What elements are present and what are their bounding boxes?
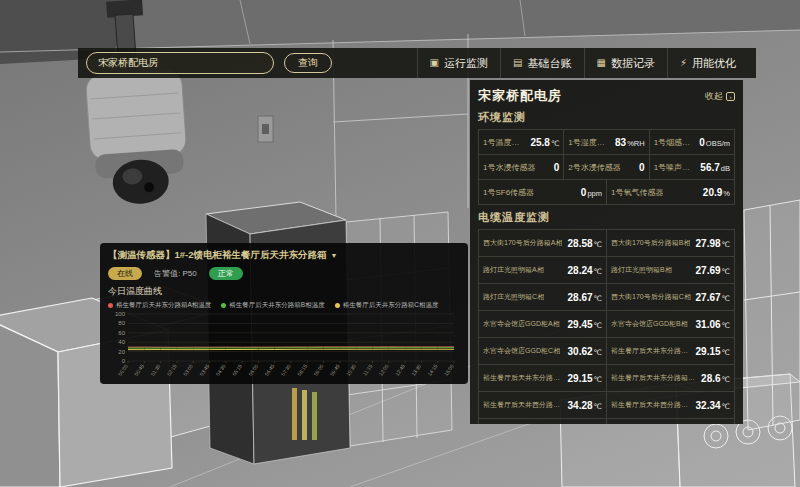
nav-item-label: 用能优化 <box>692 56 736 71</box>
cable-temp-cell: 路灯庄光照明箱C相28.67℃ <box>479 284 607 311</box>
cable-section-title: 电缆温度监测 <box>478 210 735 225</box>
sensor-unit: ℃ <box>594 402 602 411</box>
panel-header: 宋家桥配电房 收起 › <box>478 87 735 105</box>
env-sensor-cell: 1号噪声传感器56.7dB <box>650 155 735 180</box>
nav-item-运行监测[interactable]: ▣运行监测 <box>417 48 500 78</box>
sensor-value: 29.45℃ <box>568 319 602 330</box>
sensor-label: 路灯庄光照明箱B相 <box>611 265 672 275</box>
cable-temp-cell: 水官寺会馆店GGD柜C相30.62℃ <box>479 338 607 365</box>
sensor-unit: ℃ <box>594 240 602 249</box>
sensor-label: 裕生餐厅后天井东分路箱A相 <box>611 346 693 356</box>
sensor-label: 1号噪声传感器 <box>654 162 698 173</box>
legend-label: 裕生餐厅后天井东分路箱A相温度 <box>116 301 211 310</box>
svg-text:05:15: 05:15 <box>231 363 243 377</box>
chart-legend: 裕生餐厅后天井东分路箱A相温度裕生餐厅后天井东分路箱B相温度裕生餐厅后天井东分路… <box>108 301 460 310</box>
panel-title: 宋家桥配电房 <box>478 87 562 105</box>
cable-temp-cell: 西大街170号后分路箱C相27.67℃ <box>607 284 735 311</box>
cable-temp-cell: 裕生餐厅后天井东分路箱B相29.15℃ <box>479 365 607 392</box>
legend-item: 裕生餐厅后天井东分路箱A相温度 <box>108 301 211 310</box>
cable-temp-cell: 裕生餐厅后天井西分路箱C相 <box>479 419 607 424</box>
collapse-button[interactable]: 收起 › <box>705 90 735 103</box>
env-sensor-cell: 1号SF6传感器0ppm <box>479 180 607 205</box>
svg-text:11:15: 11:15 <box>361 363 373 377</box>
env-sensor-cell: 1号温度传感器25.8℃ <box>479 130 564 155</box>
nav-item-label: 运行监测 <box>444 56 488 71</box>
sensor-unit: ℃ <box>594 375 602 384</box>
sensor-unit: %RH <box>627 139 645 148</box>
sensor-label: 1号氧气传感器 <box>611 187 663 198</box>
sensor-label: 1号烟感传感器 <box>654 137 697 148</box>
svg-text:12:00: 12:00 <box>378 363 390 377</box>
sensor-label: 路灯庄光照明箱A相 <box>483 265 544 275</box>
sensor-label: 西大街170号后分路箱A相 <box>483 238 562 248</box>
nav-item-数据记录[interactable]: ▦数据记录 <box>584 48 667 78</box>
ledger-icon: ▤ <box>513 58 522 68</box>
online-status-badge: 在线 <box>108 267 142 280</box>
chevron-down-icon: ▼ <box>331 252 338 259</box>
svg-text:60: 60 <box>118 330 125 336</box>
curve-title: 今日温度曲线 <box>108 285 460 298</box>
svg-text:00:45: 00:45 <box>133 363 145 377</box>
legend-dot <box>335 303 340 308</box>
sensor-unit: ℃ <box>722 321 730 330</box>
sensor-popup: 【测温传感器】1#-2馈电柜裕生餐厅后天井东分路箱 ▼ 在线 告警值: P50 … <box>100 243 468 384</box>
sensor-label: 1号水浸传感器 <box>483 162 535 173</box>
sensor-selector-dropdown[interactable]: 【测温传感器】1#-2馈电柜裕生餐厅后天井东分路箱 ▼ <box>108 249 460 262</box>
sensor-value: 0ppm <box>581 187 602 198</box>
nav-item-基础台账[interactable]: ▤基础台账 <box>500 48 583 78</box>
search-input[interactable] <box>98 58 262 69</box>
sensor-unit: ℃ <box>722 240 730 249</box>
sensor-unit: dB <box>721 164 730 173</box>
env-sensor-cell: 1号氧气传感器20.9% <box>607 180 735 205</box>
sensor-unit: ℃ <box>551 139 559 148</box>
svg-text:09:00: 09:00 <box>312 363 324 377</box>
svg-text:40: 40 <box>118 339 125 345</box>
sensor-value: 0 <box>554 162 560 173</box>
topbar-nav: ▣运行监测▤基础台账▦数据记录⚡用能优化 <box>417 48 748 78</box>
svg-text:03:00: 03:00 <box>182 363 194 377</box>
sensor-label: 西大街170号后分路箱B相 <box>611 238 690 248</box>
svg-text:20: 20 <box>118 349 125 355</box>
sensor-value: 83%RH <box>615 137 645 148</box>
sensor-label: 裕生餐厅后天井西分路箱A相 <box>483 400 565 410</box>
sensor-unit: OBS/m <box>706 139 730 148</box>
sensor-unit: ℃ <box>722 402 730 411</box>
cable-temp-cell: 西大街170号后分路箱B相27.98℃ <box>607 230 735 257</box>
svg-text:12:45: 12:45 <box>394 363 406 377</box>
svg-text:80: 80 <box>118 320 125 326</box>
temperature-chart[interactable]: 02040608010000:0000:4501:3002:1503:0003:… <box>108 311 460 389</box>
sensor-unit: ℃ <box>722 375 730 384</box>
app-root: 查询 ▣运行监测▤基础台账▦数据记录⚡用能优化 宋家桥配电房 收起 › 环境监测… <box>0 0 800 487</box>
station-panel: 宋家桥配电房 收起 › 环境监测 1号温度传感器25.8℃1号湿度传感器83%R… <box>470 80 743 424</box>
sensor-unit: ppm <box>587 189 602 198</box>
busbar-elements <box>292 388 317 440</box>
legend-dot <box>221 303 226 308</box>
svg-text:14:15: 14:15 <box>426 363 438 377</box>
sensor-unit: ℃ <box>594 267 602 276</box>
sensor-value: 20.9% <box>703 187 730 198</box>
records-icon: ▦ <box>597 58 606 68</box>
sensor-popup-title-text: 【测温传感器】1#-2馈电柜裕生餐厅后天井东分路箱 <box>108 249 327 262</box>
sensor-label: 2号水浸传感器 <box>568 162 620 173</box>
svg-text:07:30: 07:30 <box>280 363 292 377</box>
monitor-icon: ▣ <box>430 58 439 68</box>
sensor-label: 路灯庄光照明箱C相 <box>483 292 544 302</box>
nav-item-用能优化[interactable]: ⚡用能优化 <box>667 48 748 78</box>
wall-sensor <box>258 116 273 142</box>
cable-temp-cell: 裕生餐厅后天井东分路箱A相29.15℃ <box>607 338 735 365</box>
env-sensor-grid: 1号温度传感器25.8℃1号湿度传感器83%RH1号烟感传感器0OBS/m1号水… <box>478 129 735 205</box>
query-button[interactable]: 查询 <box>284 53 332 73</box>
svg-text:09:45: 09:45 <box>329 363 341 377</box>
sensor-value: 29.15℃ <box>696 346 730 357</box>
sensor-value: 30.62℃ <box>568 346 602 357</box>
cable-temp-cell: 路灯庄光照明箱A相28.24℃ <box>479 257 607 284</box>
sensor-value: 29.15℃ <box>568 373 602 384</box>
cable-temp-cell: 裕生餐厅后天井东分路箱C相28.6℃ <box>607 365 735 392</box>
sensor-value: 27.98℃ <box>696 238 730 249</box>
sensor-value: 32.34℃ <box>696 400 730 411</box>
svg-text:06:45: 06:45 <box>263 363 275 377</box>
svg-text:03:45: 03:45 <box>198 363 210 377</box>
sensor-value: 27.69℃ <box>696 265 730 276</box>
env-sensor-cell: 1号烟感传感器0OBS/m <box>650 130 735 155</box>
sensor-label: 1号SF6传感器 <box>483 187 534 198</box>
